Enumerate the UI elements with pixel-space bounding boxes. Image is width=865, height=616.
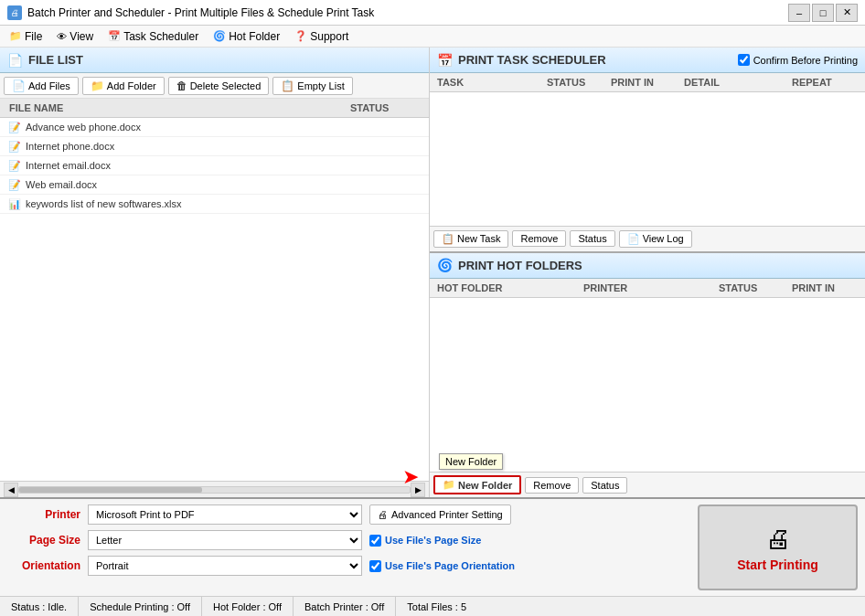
add-files-icon: 📄 [12, 80, 26, 92]
xlsx-icon: 📊 [7, 196, 22, 211]
start-printing-panel[interactable]: 🖨 Start Printing [698, 504, 858, 590]
th-status: STATUS [543, 75, 607, 90]
start-printing-icon: 🖨 [765, 524, 791, 554]
scheduler-table-header: TASK STATUS PRINT IN DETAIL REPEAT [430, 73, 865, 92]
docx-icon-1: 📝 [7, 120, 22, 134]
view-log-label: View Log [643, 233, 684, 244]
start-printing-label: Start Printing [737, 558, 818, 572]
remove-task-label: Remove [520, 233, 558, 244]
file-name-5: keywords list of new softwares.xlsx [26, 198, 348, 209]
maximize-button[interactable]: □ [812, 4, 834, 22]
scroll-left[interactable]: ◀ [4, 483, 18, 497]
menu-hot-folder-label: Hot Folder [229, 30, 280, 43]
minimize-button[interactable]: – [788, 4, 810, 22]
file-row[interactable]: 📊 keywords list of new softwares.xlsx [0, 195, 429, 214]
status-total-files: Total Files : 5 [396, 597, 477, 616]
file-row[interactable]: 📝 Advance web phone.docx [0, 118, 429, 137]
adv-printer-label: Advanced Printer Setting [391, 509, 503, 520]
empty-icon: 📋 [281, 80, 294, 92]
add-files-button[interactable]: 📄 Add Files [4, 77, 79, 95]
th-detail: DETAIL [680, 75, 788, 90]
delete-icon: 🗑 [176, 80, 187, 92]
settings-left: Printer Microsoft Print to PDF 🖨 Advance… [7, 504, 690, 590]
task-icon: 📅 [108, 30, 121, 42]
docx-icon-4: 📝 [7, 177, 22, 192]
new-folder-tooltip: New Folder [439, 453, 503, 470]
use-files-orientation-checkbox[interactable] [369, 560, 381, 572]
docx-icon-2: 📝 [7, 139, 22, 154]
file-name-2: Internet phone.docx [26, 141, 348, 152]
empty-list-button[interactable]: 📋 Empty List [272, 77, 352, 95]
menu-hot-folder[interactable]: 🌀 Hot Folder [208, 28, 285, 45]
scroll-thumb[interactable] [19, 487, 202, 493]
use-files-orientation-label: Use File's Page Orientation [385, 560, 515, 571]
th-hot-printer: PRINTER [580, 281, 715, 295]
page-size-row: Page Size Letter Use File's Page Size [7, 530, 690, 550]
add-folder-icon: 📁 [91, 80, 104, 92]
delete-selected-label: Delete Selected [190, 80, 262, 91]
adv-printer-icon: 🖨 [378, 509, 388, 520]
menu-view[interactable]: 👁 View [51, 28, 99, 45]
horizontal-scrollbar[interactable]: ◀ ▶ [0, 481, 429, 497]
status-task-button[interactable]: Status [570, 230, 614, 247]
page-size-select[interactable]: Letter [88, 530, 362, 550]
col-status: STATUS [348, 101, 422, 115]
scroll-track[interactable] [18, 486, 411, 494]
orientation-select[interactable]: Portrait [88, 556, 362, 576]
file-list-header: 📄 FILE LIST [0, 48, 429, 73]
delete-selected-button[interactable]: 🗑 Delete Selected [168, 77, 270, 95]
file-list-header-icon: 📄 [7, 53, 23, 68]
empty-list-label: Empty List [297, 80, 344, 91]
status-folder-button[interactable]: Status [582, 477, 627, 494]
advanced-printer-button[interactable]: 🖨 Advanced Printer Setting [369, 504, 511, 525]
new-task-button[interactable]: 📋 New Task [433, 230, 508, 248]
add-folder-label: Add Folder [107, 80, 156, 91]
col-filename: FILE NAME [7, 101, 348, 115]
page-size-label: Page Size [7, 534, 80, 547]
th-print-in: PRINT IN [607, 75, 680, 90]
use-files-orientation-group: Use File's Page Orientation [369, 560, 515, 572]
add-folder-button[interactable]: 📁 Add Folder [82, 77, 165, 95]
printer-select[interactable]: Microsoft Print to PDF [88, 504, 362, 525]
status-hot-folder: Hot Folder : Off [202, 597, 294, 616]
task-scheduler-title: PRINT TASK SCHEDULER [458, 53, 606, 67]
status-idle: Status : Idle. [0, 597, 79, 616]
right-panel: 📅 PRINT TASK SCHEDULER Confirm Before Pr… [430, 48, 865, 497]
hot-folders-header-icon: 🌀 [437, 258, 453, 272]
task-header-left: 📅 PRINT TASK SCHEDULER [437, 53, 606, 68]
new-folder-button[interactable]: 📁 New Folder [433, 475, 521, 494]
remove-task-button[interactable]: Remove [512, 230, 566, 247]
menu-support-label: Support [310, 30, 348, 43]
file-list-title: FILE LIST [28, 53, 83, 67]
view-log-button[interactable]: 📄 View Log [619, 230, 692, 248]
th-task: TASK [433, 75, 543, 90]
hot-folders-table-header: HOT FOLDER PRINTER STATUS PRINT IN [430, 279, 865, 298]
status-task-label: Status [578, 233, 606, 244]
use-files-page-size-label: Use File's Page Size [385, 535, 481, 546]
menu-support[interactable]: ❓ Support [289, 28, 354, 45]
app-title: Batch Printer and Scheduler - Print Mult… [27, 6, 374, 19]
file-row[interactable]: 📝 Internet phone.docx [0, 137, 429, 156]
remove-folder-button[interactable]: Remove [525, 477, 579, 494]
status-bar: Status : Idle. Schedule Printing : Off H… [0, 596, 865, 616]
status-batch-printer: Batch Printer : Off [294, 597, 396, 616]
status-schedule: Schedule Printing : Off [79, 597, 202, 616]
menu-view-label: View [69, 30, 93, 43]
printer-row: Printer Microsoft Print to PDF 🖨 Advance… [7, 504, 690, 525]
scroll-right[interactable]: ▶ [411, 483, 425, 497]
use-files-page-size-checkbox[interactable] [369, 535, 381, 547]
file-row[interactable]: 📝 Web email.docx [0, 175, 429, 195]
menu-file[interactable]: 📁 File [4, 28, 48, 45]
add-files-label: Add Files [28, 80, 70, 91]
confirm-checkbox[interactable] [738, 54, 750, 66]
orientation-row: Orientation Portrait Use File's Page Ori… [7, 556, 690, 576]
confirm-checkbox-group: Confirm Before Printing [738, 54, 858, 66]
window-controls: – □ ✕ [788, 4, 858, 22]
file-row[interactable]: 📝 Internet email.docx [0, 156, 429, 175]
menu-task-scheduler[interactable]: 📅 Task Scheduler [102, 28, 204, 45]
file-list-toolbar: 📄 Add Files 📁 Add Folder 🗑 Delete Select… [0, 73, 429, 99]
close-button[interactable]: ✕ [836, 4, 858, 22]
menu-bar: 📁 File 👁 View 📅 Task Scheduler 🌀 Hot Fol… [0, 26, 865, 48]
file-name-1: Advance web phone.docx [26, 122, 348, 133]
view-log-icon: 📄 [627, 233, 640, 245]
